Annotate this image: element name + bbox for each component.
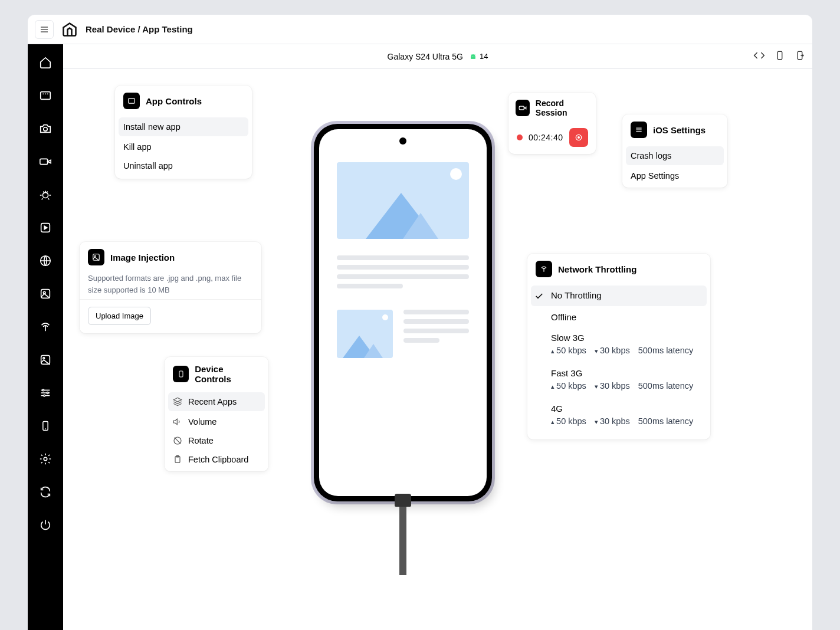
home-icon[interactable] xyxy=(34,51,57,74)
svg-rect-29 xyxy=(179,371,183,377)
os-badge: 14 xyxy=(469,52,488,61)
fetch-clipboard[interactable]: Fetch Clipboard xyxy=(165,450,268,471)
svg-rect-24 xyxy=(777,51,782,60)
power-icon[interactable] xyxy=(34,514,57,536)
image-icon[interactable] xyxy=(34,349,57,371)
record-time: 00:24:40 xyxy=(529,133,563,142)
ios-settings-card: iOS Settings Crash logs App Settings xyxy=(622,114,727,188)
svg-point-37 xyxy=(578,136,580,139)
device-camera-dot xyxy=(399,137,406,145)
network-throttling-card: Network Throttling No Throttling Offline… xyxy=(527,254,710,439)
svg-point-12 xyxy=(43,357,45,359)
svg-rect-26 xyxy=(129,99,135,103)
settings-icon[interactable] xyxy=(34,448,57,470)
image-injection-subtext: Supported formats are .jpg and .png, max… xyxy=(80,273,261,298)
phone-icon[interactable] xyxy=(34,415,57,437)
throttle-offline[interactable]: Offline xyxy=(527,307,710,328)
svg-point-17 xyxy=(47,392,48,394)
logo-icon xyxy=(61,21,78,38)
location-icon[interactable] xyxy=(34,283,57,305)
hamburger-button[interactable] xyxy=(35,20,54,39)
svg-point-16 xyxy=(42,389,44,391)
record-session-card: Record Session 00:24:40 xyxy=(508,93,596,154)
camera-icon[interactable] xyxy=(34,117,57,140)
sidebar xyxy=(28,44,63,630)
stop-record-button[interactable] xyxy=(569,128,588,147)
volume[interactable]: Volume xyxy=(165,412,268,431)
svg-point-23 xyxy=(474,55,474,56)
sliders-icon[interactable] xyxy=(34,382,57,404)
record-icon xyxy=(516,100,530,116)
rotate-icon xyxy=(173,436,182,445)
svg-point-21 xyxy=(44,457,47,461)
recent-apps[interactable]: Recent Apps xyxy=(168,392,265,411)
exit-device-icon[interactable] xyxy=(795,50,805,63)
app-icon[interactable] xyxy=(34,84,57,107)
refresh-icon[interactable] xyxy=(34,481,57,503)
image-injection-card: Image Injection Supported formats are .j… xyxy=(80,242,261,333)
device-action-icon[interactable] xyxy=(775,50,785,63)
bug-icon[interactable] xyxy=(34,183,57,206)
video-icon[interactable] xyxy=(34,150,57,173)
os-version: 14 xyxy=(480,52,488,61)
svg-point-18 xyxy=(44,395,45,396)
app-controls-card: App Controls Install new app Kill app Un… xyxy=(115,86,252,179)
svg-rect-11 xyxy=(41,356,50,365)
network-throttling-title: Network Throttling xyxy=(558,264,636,274)
throttle-fast-3g[interactable]: Fast 3G 50 kbps 30 kbps 500ms latency xyxy=(527,363,710,399)
uninstall-app[interactable]: Uninstall app xyxy=(115,156,252,179)
svg-marker-31 xyxy=(173,419,177,424)
app-settings[interactable]: App Settings xyxy=(622,166,727,188)
svg-point-28 xyxy=(94,255,96,257)
svg-rect-3 xyxy=(41,92,51,100)
android-icon xyxy=(469,52,477,61)
globe-icon[interactable] xyxy=(34,250,57,272)
upload-image-button[interactable]: Upload Image xyxy=(88,307,151,325)
image-injection-title: Image Injection xyxy=(110,252,175,262)
device-name: Galaxy S24 Ultra 5G xyxy=(388,52,463,61)
device-header: Galaxy S24 Ultra 5G 14 xyxy=(63,44,812,69)
throttle-4g[interactable]: 4G 50 kbps 30 kpbs 500ms latency xyxy=(527,399,710,434)
svg-rect-27 xyxy=(93,254,100,261)
top-bar: Real Device / App Testing xyxy=(28,15,812,44)
crash-logs[interactable]: Crash logs xyxy=(626,146,724,165)
network-icon[interactable] xyxy=(34,316,57,338)
record-title: Record Session xyxy=(536,99,589,117)
network-throttling-icon xyxy=(536,261,552,277)
placeholder-image xyxy=(337,162,469,239)
device-cable xyxy=(399,504,406,575)
app-controls-icon xyxy=(123,93,140,109)
device-controls-title: Device Controls xyxy=(195,364,260,384)
device-preview xyxy=(311,121,495,504)
volume-icon xyxy=(173,417,182,426)
device-controls-card: Device Controls Recent Apps Volume Rotat… xyxy=(165,357,268,471)
svg-point-4 xyxy=(44,127,47,131)
rotate[interactable]: Rotate xyxy=(165,431,268,450)
svg-rect-5 xyxy=(40,159,48,164)
ios-settings-icon xyxy=(631,122,647,138)
placeholder-image-small xyxy=(337,310,393,358)
svg-marker-30 xyxy=(173,398,181,402)
breadcrumb: Real Device / App Testing xyxy=(86,24,193,34)
svg-point-22 xyxy=(472,55,472,56)
svg-point-6 xyxy=(42,192,48,198)
code-icon[interactable] xyxy=(753,50,765,63)
image-injection-icon xyxy=(88,249,104,265)
main-area: Galaxy S24 Ultra 5G 14 App Controls Inst… xyxy=(28,44,812,630)
app-window: Real Device / App Testing Galaxy S24 Ult… xyxy=(28,15,812,630)
check-icon xyxy=(534,291,544,303)
kill-app[interactable]: Kill app xyxy=(115,137,252,156)
recording-dot-icon xyxy=(517,134,523,140)
clipboard-icon xyxy=(173,455,182,464)
stack-icon xyxy=(173,397,182,406)
app-controls-title: App Controls xyxy=(146,96,202,106)
install-new-app[interactable]: Install new app xyxy=(119,117,248,136)
ios-settings-title: iOS Settings xyxy=(653,125,706,135)
throttle-none[interactable]: No Throttling xyxy=(531,286,707,306)
content-area: Galaxy S24 Ultra 5G 14 App Controls Inst… xyxy=(63,44,812,630)
throttle-slow-3g[interactable]: Slow 3G 50 kbps 30 kbps 500ms latency xyxy=(527,328,710,363)
device-controls-icon xyxy=(173,366,189,382)
play-icon[interactable] xyxy=(34,216,57,239)
